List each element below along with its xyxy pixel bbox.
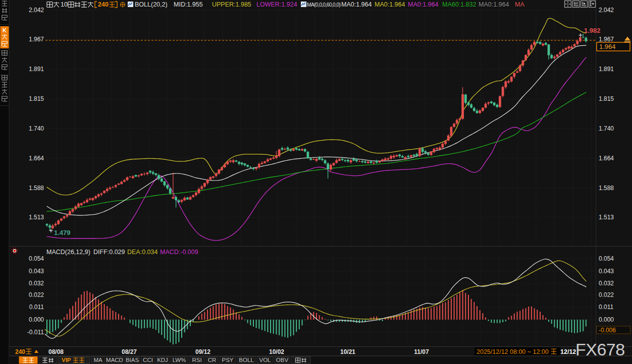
svg-text:LW%: LW% (173, 357, 186, 363)
svg-text:VOL: VOL (259, 357, 271, 363)
svg-text:LOWER:1.924: LOWER:1.924 (256, 1, 297, 8)
svg-text:BIAS: BIAS (126, 357, 139, 363)
svg-text:0.043: 0.043 (29, 268, 44, 275)
svg-text:10/02: 10/02 (269, 348, 284, 355)
svg-text:0.000: 0.000 (29, 316, 44, 323)
svg-text:CR: CR (208, 357, 217, 363)
svg-text:MA0:1.964: MA0:1.964 (375, 1, 405, 8)
svg-text:1.891: 1.891 (29, 66, 44, 73)
svg-text:1.815: 1.815 (29, 95, 44, 102)
svg-text:0.011: 0.011 (29, 304, 44, 311)
svg-text:0.032: 0.032 (599, 280, 614, 287)
svg-text:1.967: 1.967 (599, 36, 614, 43)
svg-text:MA: MA (515, 1, 524, 8)
svg-text:1.513: 1.513 (29, 214, 44, 221)
svg-text:-0.011: -0.011 (27, 329, 44, 336)
svg-text:PSY: PSY (222, 357, 233, 363)
svg-text:MA0:1.964: MA0:1.964 (408, 1, 439, 8)
svg-text:1.740: 1.740 (29, 125, 44, 132)
svg-text:0.022: 0.022 (29, 291, 44, 298)
svg-text:240: 240 (15, 348, 25, 355)
svg-text:DEA:0.034: DEA:0.034 (127, 249, 158, 256)
svg-text:0.043: 0.043 (599, 268, 614, 275)
svg-text:0.011: 0.011 (599, 304, 613, 311)
svg-text:BOLL(20,2): BOLL(20,2) (135, 1, 168, 8)
svg-text:10/21: 10/21 (340, 348, 355, 355)
svg-text:MACD(26,12,9): MACD(26,12,9) (46, 249, 90, 256)
svg-text:1.967: 1.967 (29, 36, 44, 43)
svg-text:KDJ: KDJ (157, 357, 168, 363)
svg-text:1.982: 1.982 (584, 27, 601, 34)
svg-text:K: K (3, 27, 7, 33)
svg-text:OBV: OBV (276, 357, 289, 363)
svg-text:1.479: 1.479 (54, 229, 71, 236)
svg-text:08/08: 08/08 (48, 348, 64, 355)
svg-text:VIP: VIP (62, 357, 71, 363)
svg-text:BOLL: BOLL (239, 357, 254, 363)
svg-text:MID:1.955: MID:1.955 (174, 1, 203, 8)
svg-text:2.042: 2.042 (599, 7, 614, 14)
svg-text:MA0:1.964: MA0:1.964 (341, 1, 372, 8)
svg-text:1.891: 1.891 (599, 66, 614, 73)
svg-text:0.054: 0.054 (29, 255, 44, 262)
svg-text:-0.006: -0.006 (599, 327, 616, 334)
svg-text:MACD: MACD (106, 357, 123, 363)
svg-text:09/12: 09/12 (195, 348, 210, 355)
svg-text:1.513: 1.513 (599, 214, 614, 221)
svg-text:240: 240 (98, 1, 109, 8)
svg-text:1.964: 1.964 (599, 43, 616, 50)
svg-text:MA: MA (93, 357, 102, 363)
svg-text:MA(0,0,0,60,0,0): MA(0,0,0,60,0,0) (307, 2, 340, 8)
svg-text:MACD:-0.009: MACD:-0.009 (160, 249, 198, 256)
svg-text:RSI: RSI (192, 357, 201, 363)
svg-text:08/27: 08/27 (122, 348, 137, 355)
svg-text:1.664: 1.664 (599, 155, 614, 162)
svg-text:0.022: 0.022 (599, 291, 614, 298)
svg-text:11/07: 11/07 (414, 348, 429, 355)
svg-text:UPPER:1.985: UPPER:1.985 (212, 1, 251, 8)
svg-text:MA60:1.832: MA60:1.832 (442, 1, 476, 8)
svg-text:DIFF:0.029: DIFF:0.029 (93, 249, 125, 256)
svg-text:MA0:1.964: MA0:1.964 (479, 1, 509, 8)
svg-text:0.000: 0.000 (599, 316, 614, 323)
svg-text:12/12: 12/12 (560, 348, 576, 355)
svg-text:10: 10 (61, 1, 68, 8)
svg-text:1.740: 1.740 (599, 125, 614, 132)
svg-text:1.815: 1.815 (599, 95, 614, 102)
svg-text:CCI: CCI (143, 357, 153, 363)
svg-text:0.054: 0.054 (599, 255, 614, 262)
svg-text:1.588: 1.588 (29, 185, 44, 192)
svg-text:1.664: 1.664 (29, 155, 44, 162)
svg-text:0.032: 0.032 (29, 280, 44, 287)
svg-text:2.042: 2.042 (29, 7, 44, 14)
svg-text:2025/12/12 08:00 ~ 12:00: 2025/12/12 08:00 ~ 12:00 (477, 348, 549, 355)
svg-text:1.588: 1.588 (599, 185, 614, 192)
